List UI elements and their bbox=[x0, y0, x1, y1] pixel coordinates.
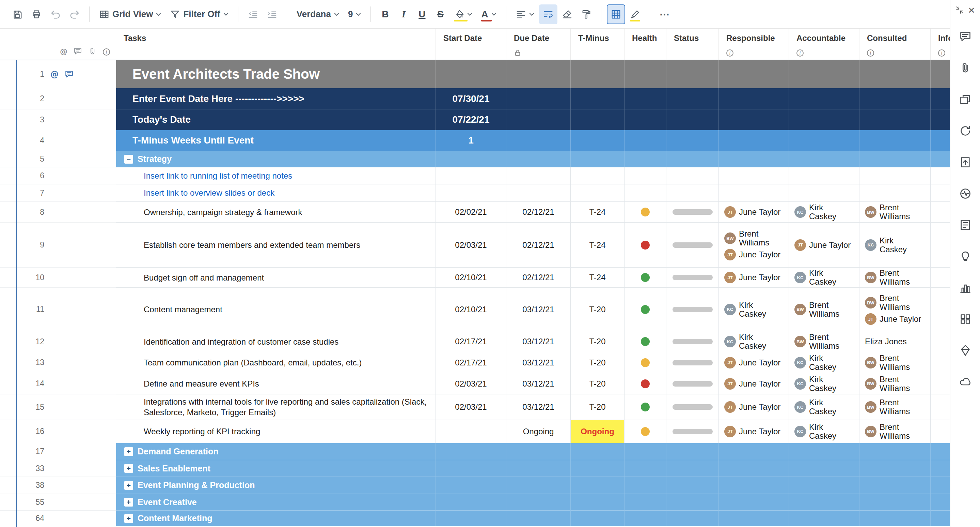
consulted-cell[interactable] bbox=[859, 130, 931, 151]
row-number-cell[interactable]: 1@ bbox=[0, 60, 116, 88]
responsible-cell[interactable]: JTJune Taylor bbox=[719, 394, 789, 420]
due-cell[interactable]: 02/12/21 bbox=[506, 268, 571, 288]
publish-icon[interactable] bbox=[959, 156, 972, 168]
start-cell[interactable] bbox=[436, 494, 506, 511]
responsible-cell[interactable]: KCKirk Caskey bbox=[719, 288, 789, 331]
status-cell[interactable] bbox=[667, 352, 719, 373]
accountable-cell[interactable] bbox=[789, 151, 859, 168]
row-number-cell[interactable]: 33 bbox=[0, 460, 116, 477]
status-cell[interactable] bbox=[667, 420, 719, 443]
consulted-cell[interactable] bbox=[859, 184, 931, 202]
due-cell[interactable] bbox=[506, 88, 571, 109]
status-cell[interactable] bbox=[667, 202, 719, 223]
consulted-cell[interactable] bbox=[859, 168, 931, 184]
informed-cell[interactable] bbox=[931, 168, 950, 184]
due-cell[interactable] bbox=[506, 130, 571, 151]
health-cell[interactable] bbox=[625, 420, 667, 443]
start-cell[interactable]: 02/03/21 bbox=[436, 373, 506, 394]
due-cell[interactable]: 03/12/21 bbox=[506, 331, 571, 352]
italic-button[interactable]: I bbox=[395, 5, 412, 24]
row-number-cell[interactable]: 38 bbox=[0, 477, 116, 494]
health-cell[interactable] bbox=[625, 168, 667, 184]
health-cell[interactable] bbox=[625, 288, 667, 331]
start-cell[interactable] bbox=[436, 460, 506, 477]
task-cell[interactable]: Identification and integration of custom… bbox=[116, 331, 436, 352]
print-button[interactable] bbox=[27, 5, 46, 24]
status-cell[interactable] bbox=[667, 511, 719, 526]
cell-formatting-button[interactable] bbox=[607, 5, 625, 24]
tminus-cell[interactable] bbox=[571, 460, 625, 477]
informed-cell[interactable] bbox=[931, 494, 950, 511]
accountable-cell[interactable]: KCKirk Caskey bbox=[789, 420, 859, 443]
accountable-cell[interactable] bbox=[789, 511, 859, 526]
status-cell[interactable] bbox=[667, 151, 719, 168]
due-cell[interactable] bbox=[506, 168, 571, 184]
due-cell[interactable]: 03/12/21 bbox=[506, 288, 571, 331]
start-cell[interactable] bbox=[436, 184, 506, 202]
row-number-cell[interactable]: 9 bbox=[0, 223, 116, 268]
update-requests-icon[interactable] bbox=[959, 125, 972, 137]
underline-button[interactable]: U bbox=[413, 5, 431, 24]
consulted-cell[interactable]: BWBrent Williams bbox=[859, 202, 931, 223]
strikethrough-button[interactable]: S bbox=[431, 5, 449, 24]
start-cell[interactable] bbox=[436, 477, 506, 494]
row-number-cell[interactable]: 6 bbox=[0, 168, 116, 184]
accountable-cell[interactable]: JTJune Taylor bbox=[789, 223, 859, 268]
responsible-cell[interactable] bbox=[719, 184, 789, 202]
task-cell[interactable]: Enter Event Date Here ------------->>>>> bbox=[116, 88, 436, 109]
row-number-cell[interactable]: 15 bbox=[0, 394, 116, 420]
accountable-cell[interactable] bbox=[789, 460, 859, 477]
expand-section-toggle[interactable]: + bbox=[124, 447, 133, 456]
informed-cell[interactable] bbox=[931, 373, 950, 394]
health-cell[interactable] bbox=[625, 268, 667, 288]
task-cell[interactable]: Team communication plan (Dashboard, emai… bbox=[116, 352, 436, 373]
consulted-cell[interactable]: BWBrent Williams bbox=[859, 373, 931, 394]
status-cell[interactable] bbox=[667, 60, 719, 88]
start-cell[interactable]: 07/22/21 bbox=[436, 109, 506, 130]
tminus-cell[interactable] bbox=[571, 130, 625, 151]
due-cell[interactable] bbox=[506, 494, 571, 511]
row-number-cell[interactable]: 14 bbox=[0, 373, 116, 394]
wrap-text-button[interactable] bbox=[539, 5, 557, 24]
health-cell[interactable] bbox=[625, 460, 667, 477]
column-header-status[interactable]: Status bbox=[667, 29, 719, 60]
start-cell[interactable]: 07/30/21 bbox=[436, 88, 506, 109]
responsible-cell[interactable] bbox=[719, 443, 789, 460]
task-cell[interactable]: +Event Creative bbox=[116, 494, 436, 511]
close-icon[interactable]: × bbox=[968, 4, 975, 16]
column-header-responsible[interactable]: Responsiblei bbox=[719, 29, 789, 60]
status-cell[interactable] bbox=[667, 223, 719, 268]
highlight-changes-button[interactable] bbox=[626, 5, 644, 24]
informed-cell[interactable] bbox=[931, 420, 950, 443]
health-cell[interactable] bbox=[625, 151, 667, 168]
consulted-cell[interactable] bbox=[859, 460, 931, 477]
column-header-tminus[interactable]: T-Minus bbox=[571, 29, 625, 60]
font-family-select[interactable]: Verdana bbox=[293, 5, 343, 24]
responsible-cell[interactable]: JTJune Taylor bbox=[719, 352, 789, 373]
start-cell[interactable] bbox=[436, 168, 506, 184]
tminus-cell[interactable]: T-24 bbox=[571, 223, 625, 268]
row-number-cell[interactable]: 10 bbox=[0, 268, 116, 288]
tminus-cell[interactable] bbox=[571, 494, 625, 511]
consulted-cell[interactable]: BWBrent Williams bbox=[859, 394, 931, 420]
informed-cell[interactable] bbox=[931, 288, 950, 331]
charts-icon[interactable] bbox=[959, 281, 972, 294]
health-cell[interactable] bbox=[625, 373, 667, 394]
health-cell[interactable] bbox=[625, 223, 667, 268]
activity-log-icon[interactable] bbox=[959, 187, 972, 200]
informed-cell[interactable] bbox=[931, 443, 950, 460]
consulted-cell[interactable] bbox=[859, 494, 931, 511]
status-cell[interactable] bbox=[667, 373, 719, 394]
consulted-cell[interactable] bbox=[859, 60, 931, 88]
row-number-cell[interactable]: 55 bbox=[0, 494, 116, 511]
accountable-cell[interactable] bbox=[789, 443, 859, 460]
consulted-cell[interactable] bbox=[859, 88, 931, 109]
premium-apps-icon[interactable] bbox=[959, 344, 972, 356]
row-number-cell[interactable]: 13 bbox=[0, 352, 116, 373]
informed-cell[interactable] bbox=[931, 352, 950, 373]
informed-cell[interactable] bbox=[931, 151, 950, 168]
status-cell[interactable] bbox=[667, 130, 719, 151]
consulted-cell[interactable]: BWBrent Williams bbox=[859, 268, 931, 288]
row-number-cell[interactable]: 64 bbox=[0, 511, 116, 526]
health-cell[interactable] bbox=[625, 109, 667, 130]
